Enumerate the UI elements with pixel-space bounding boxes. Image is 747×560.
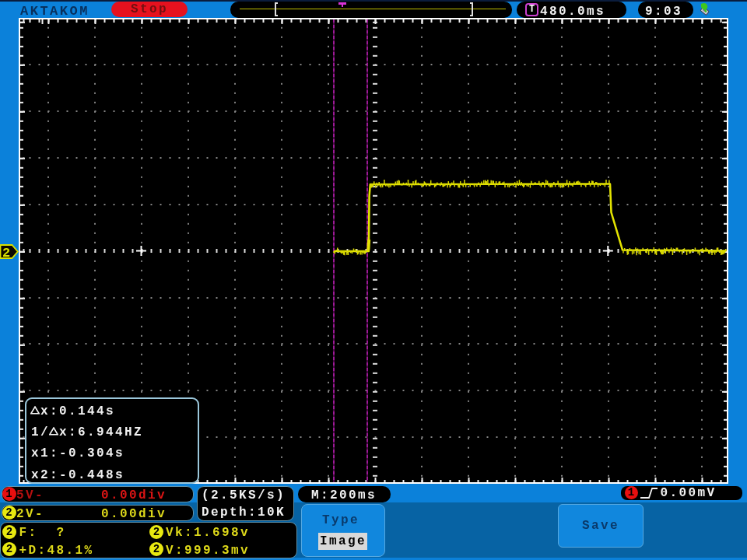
svg-text:2: 2 bbox=[2, 246, 10, 261]
